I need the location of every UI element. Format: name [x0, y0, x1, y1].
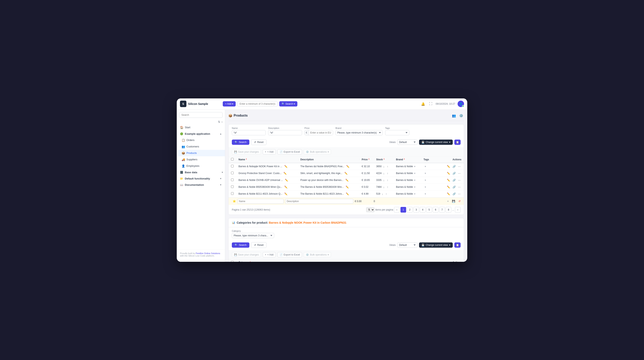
sidebar-item-customers[interactable]: 👥 Customers	[178, 143, 225, 150]
cat-add-button[interactable]: + + Add	[263, 252, 276, 257]
edit-desc-btn-2[interactable]: ✏️	[344, 178, 350, 182]
row-checkbox-1[interactable]	[231, 172, 234, 174]
link-btn-4[interactable]: 🔗	[452, 192, 456, 196]
sidebar-item-products[interactable]: 📦 Products	[178, 150, 225, 156]
edit-btn-2[interactable]: ✏️	[446, 178, 451, 182]
fullscreen-button[interactable]: ⛶	[428, 101, 433, 106]
products-page-size[interactable]: 5	[366, 207, 374, 212]
stock-up-btn-0[interactable]: ↑	[386, 165, 389, 168]
page-4-btn[interactable]: 4	[420, 207, 426, 213]
sidebar-section-example[interactable]: 🟢 Example application ▲	[177, 131, 225, 137]
add-record-button[interactable]: + + Add	[263, 149, 276, 154]
filter-brand-select[interactable]: Please, type minimum 3 character(s)	[336, 130, 383, 135]
save-changes-button[interactable]: 💾 Save your changes	[232, 149, 261, 154]
manage-users-icon[interactable]: 👥	[451, 113, 457, 118]
more-btn-1[interactable]: ⋯	[457, 171, 462, 175]
products-views-select[interactable]: Default	[397, 140, 418, 145]
bulk-operations-button[interactable]: ⚙️ Bulk operations ▾	[304, 149, 331, 154]
row-checkbox-2[interactable]	[231, 178, 234, 181]
edit-desc-btn-4[interactable]: ✏️	[345, 192, 350, 196]
row-checkbox-0[interactable]	[231, 165, 234, 167]
new-row-add-btn[interactable]: +	[446, 199, 450, 203]
new-row-discard-btn[interactable]: ↺	[458, 199, 462, 203]
more-btn-2[interactable]: ⋯	[457, 178, 462, 182]
sidebar-section-default[interactable]: 📁 Default functionality ▼	[177, 175, 225, 182]
view-options-button[interactable]: 📋	[454, 140, 460, 145]
edit-desc-btn-3[interactable]: ✏️	[345, 185, 350, 189]
cat-select-all-checkbox[interactable]	[231, 261, 234, 262]
prev-page-btn[interactable]: ‹	[394, 207, 400, 213]
link-btn-0[interactable]: 🔗	[452, 165, 456, 168]
stock-down-btn-2[interactable]: ↓	[382, 178, 385, 182]
stock-down-btn-4[interactable]: ↓	[381, 192, 384, 196]
categories-reset-button[interactable]: ↺ Reset	[251, 242, 266, 248]
footer-link-fenetre[interactable]: Fenêtre Online Solutions	[196, 252, 220, 255]
link-btn-1[interactable]: 🔗	[452, 171, 456, 175]
stock-down-btn-1[interactable]: ↓	[382, 171, 385, 175]
link-btn-3[interactable]: 🔗	[452, 185, 456, 189]
stock-up-btn-3[interactable]: ↑	[386, 185, 389, 189]
categories-product-link[interactable]: Barnes & Nobqqle NOOK Power Kit in Carbo…	[269, 221, 346, 224]
filter-price-input[interactable]	[309, 130, 333, 135]
edit-desc-btn-1[interactable]: ✏️	[344, 171, 348, 175]
more-btn-4[interactable]: ⋯	[457, 192, 462, 196]
link-btn-2[interactable]: 🔗	[452, 178, 456, 182]
cat-bulk-button[interactable]: ⚙️ Bulk operations ▾	[304, 252, 331, 257]
edit-name-btn-4[interactable]: ✏️	[284, 192, 288, 196]
change-view-button[interactable]: 💾 Change current view ▾	[419, 140, 453, 145]
more-btn-3[interactable]: ⋯	[457, 185, 462, 189]
search-input-top[interactable]	[237, 101, 278, 106]
filter-description-input[interactable]	[268, 130, 302, 135]
page-5-btn[interactable]: 5	[426, 207, 432, 213]
new-row-name-input[interactable]	[238, 199, 284, 204]
cat-view-options-button[interactable]: 📋	[454, 242, 460, 248]
select-all-checkbox[interactable]	[231, 158, 234, 161]
sidebar-item-start[interactable]: 🏠 Start	[177, 124, 225, 131]
categories-views-select[interactable]: Default	[397, 242, 418, 248]
categories-search-button[interactable]: 🔍 Search	[232, 242, 249, 248]
add-button[interactable]: + Add ▾	[223, 101, 236, 106]
stock-up-btn-2[interactable]: ↑	[386, 178, 389, 182]
stock-up-btn-4[interactable]: ↑	[385, 192, 388, 196]
filter-tags-select[interactable]	[385, 130, 409, 135]
more-btn-0[interactable]: ⋯	[457, 165, 462, 168]
edit-name-btn-3[interactable]: ✏️	[284, 185, 288, 189]
edit-btn-4[interactable]: ✏️	[446, 192, 451, 196]
settings-icon[interactable]: ⚙️	[458, 113, 464, 118]
edit-btn-1[interactable]: ✏️	[446, 171, 451, 175]
cat-export-button[interactable]: 📄 Export to Excel	[278, 252, 302, 257]
row-checkbox-3[interactable]	[231, 185, 234, 188]
edit-name-btn-0[interactable]: ✏️	[284, 165, 288, 168]
filter-name-input[interactable]	[232, 130, 266, 135]
notifications-button[interactable]: 🔔	[420, 101, 426, 107]
new-row-desc-input[interactable]	[285, 199, 353, 204]
sidebar-section-documentation[interactable]: 📖 Documentation ▼	[177, 182, 225, 188]
category-filter-select[interactable]: Please, type minimum 3 chara...	[232, 233, 274, 238]
page-8-btn[interactable]: 8	[446, 207, 451, 213]
row-checkbox-4[interactable]	[231, 192, 234, 195]
cat-change-view-button[interactable]: 💾 Change current view ▾	[419, 242, 453, 248]
search-button-top[interactable]: 🔍 Search ▾	[279, 101, 298, 106]
export-excel-button[interactable]: 📄 Export to Excel	[278, 149, 302, 154]
page-7-btn[interactable]: 7	[439, 207, 445, 213]
stock-up-btn-1[interactable]: ↑	[386, 171, 389, 175]
cat-save-changes-button[interactable]: 💾 Save your changes	[232, 252, 261, 257]
sidebar-collapse-btn[interactable]: ⇅	[218, 120, 220, 123]
edit-name-btn-2[interactable]: ✏️	[284, 178, 289, 182]
new-row-save-btn[interactable]: 💾	[451, 199, 456, 203]
edit-btn-0[interactable]: ✏️	[446, 165, 451, 168]
sidebar-item-employees[interactable]: 👤 Employees	[178, 163, 225, 169]
edit-name-btn-1[interactable]: ✏️	[283, 171, 288, 175]
sidebar-item-orders[interactable]: 📋 Orders	[178, 137, 225, 143]
page-1-btn[interactable]: 1	[400, 207, 406, 213]
products-reset-button[interactable]: ↺ Reset	[251, 139, 266, 145]
sidebar-toggle-btn[interactable]: ‹	[222, 120, 222, 123]
edit-desc-btn-0[interactable]: ✏️	[346, 165, 350, 168]
edit-btn-3[interactable]: ✏️	[446, 185, 451, 189]
page-2-btn[interactable]: 2	[407, 207, 412, 213]
stock-down-btn-0[interactable]: ↓	[382, 165, 385, 168]
sidebar-section-basedata[interactable]: 🗄️ Base data ▼	[178, 169, 225, 175]
next-page-btn[interactable]: ›	[455, 207, 460, 213]
user-avatar[interactable]: 👤	[458, 101, 464, 107]
stock-down-btn-3[interactable]: ↓	[382, 185, 385, 189]
